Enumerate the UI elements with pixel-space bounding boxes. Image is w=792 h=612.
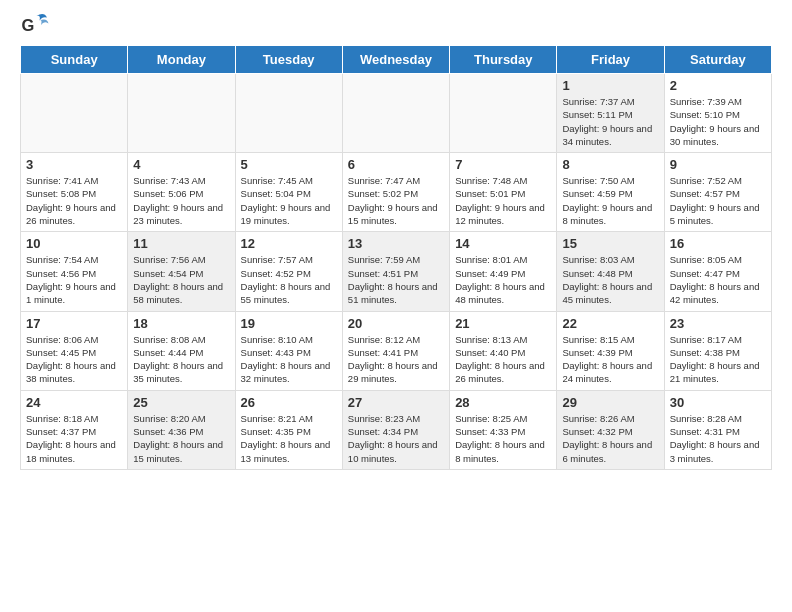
calendar-cell <box>235 74 342 153</box>
calendar-cell: 2Sunrise: 7:39 AMSunset: 5:10 PMDaylight… <box>664 74 771 153</box>
calendar-cell: 6Sunrise: 7:47 AMSunset: 5:02 PMDaylight… <box>342 153 449 232</box>
calendar-cell <box>21 74 128 153</box>
day-info: Sunrise: 8:08 AMSunset: 4:44 PMDaylight:… <box>133 333 229 386</box>
day-info: Sunrise: 8:17 AMSunset: 4:38 PMDaylight:… <box>670 333 766 386</box>
day-number: 15 <box>562 236 658 251</box>
day-number: 25 <box>133 395 229 410</box>
day-info: Sunrise: 8:20 AMSunset: 4:36 PMDaylight:… <box>133 412 229 465</box>
day-info: Sunrise: 7:50 AMSunset: 4:59 PMDaylight:… <box>562 174 658 227</box>
calendar-cell: 25Sunrise: 8:20 AMSunset: 4:36 PMDayligh… <box>128 390 235 469</box>
calendar-cell: 16Sunrise: 8:05 AMSunset: 4:47 PMDayligh… <box>664 232 771 311</box>
calendar-cell: 22Sunrise: 8:15 AMSunset: 4:39 PMDayligh… <box>557 311 664 390</box>
calendar-cell: 28Sunrise: 8:25 AMSunset: 4:33 PMDayligh… <box>450 390 557 469</box>
day-number: 29 <box>562 395 658 410</box>
calendar-week-row: 3Sunrise: 7:41 AMSunset: 5:08 PMDaylight… <box>21 153 772 232</box>
calendar-cell <box>450 74 557 153</box>
day-number: 16 <box>670 236 766 251</box>
calendar-cell: 7Sunrise: 7:48 AMSunset: 5:01 PMDaylight… <box>450 153 557 232</box>
day-info: Sunrise: 7:37 AMSunset: 5:11 PMDaylight:… <box>562 95 658 148</box>
day-info: Sunrise: 8:15 AMSunset: 4:39 PMDaylight:… <box>562 333 658 386</box>
calendar-cell: 26Sunrise: 8:21 AMSunset: 4:35 PMDayligh… <box>235 390 342 469</box>
day-info: Sunrise: 7:41 AMSunset: 5:08 PMDaylight:… <box>26 174 122 227</box>
calendar-cell: 23Sunrise: 8:17 AMSunset: 4:38 PMDayligh… <box>664 311 771 390</box>
day-number: 3 <box>26 157 122 172</box>
day-info: Sunrise: 7:52 AMSunset: 4:57 PMDaylight:… <box>670 174 766 227</box>
calendar-cell: 3Sunrise: 7:41 AMSunset: 5:08 PMDaylight… <box>21 153 128 232</box>
calendar-week-row: 24Sunrise: 8:18 AMSunset: 4:37 PMDayligh… <box>21 390 772 469</box>
calendar-header: SundayMondayTuesdayWednesdayThursdayFrid… <box>21 46 772 74</box>
day-info: Sunrise: 8:23 AMSunset: 4:34 PMDaylight:… <box>348 412 444 465</box>
weekday-header: Thursday <box>450 46 557 74</box>
day-info: Sunrise: 8:25 AMSunset: 4:33 PMDaylight:… <box>455 412 551 465</box>
day-number: 10 <box>26 236 122 251</box>
calendar-cell <box>128 74 235 153</box>
day-number: 30 <box>670 395 766 410</box>
day-info: Sunrise: 7:45 AMSunset: 5:04 PMDaylight:… <box>241 174 337 227</box>
day-info: Sunrise: 8:01 AMSunset: 4:49 PMDaylight:… <box>455 253 551 306</box>
day-number: 1 <box>562 78 658 93</box>
calendar-week-row: 1Sunrise: 7:37 AMSunset: 5:11 PMDaylight… <box>21 74 772 153</box>
calendar-cell: 27Sunrise: 8:23 AMSunset: 4:34 PMDayligh… <box>342 390 449 469</box>
calendar-cell: 30Sunrise: 8:28 AMSunset: 4:31 PMDayligh… <box>664 390 771 469</box>
calendar-cell: 8Sunrise: 7:50 AMSunset: 4:59 PMDaylight… <box>557 153 664 232</box>
calendar-cell: 10Sunrise: 7:54 AMSunset: 4:56 PMDayligh… <box>21 232 128 311</box>
logo: G <box>20 10 54 40</box>
calendar-cell: 29Sunrise: 8:26 AMSunset: 4:32 PMDayligh… <box>557 390 664 469</box>
day-info: Sunrise: 8:05 AMSunset: 4:47 PMDaylight:… <box>670 253 766 306</box>
day-number: 8 <box>562 157 658 172</box>
calendar-wrapper: SundayMondayTuesdayWednesdayThursdayFrid… <box>0 45 792 480</box>
day-number: 27 <box>348 395 444 410</box>
day-info: Sunrise: 8:13 AMSunset: 4:40 PMDaylight:… <box>455 333 551 386</box>
day-info: Sunrise: 8:21 AMSunset: 4:35 PMDaylight:… <box>241 412 337 465</box>
day-info: Sunrise: 7:47 AMSunset: 5:02 PMDaylight:… <box>348 174 444 227</box>
calendar-cell: 11Sunrise: 7:56 AMSunset: 4:54 PMDayligh… <box>128 232 235 311</box>
day-number: 21 <box>455 316 551 331</box>
weekday-header: Sunday <box>21 46 128 74</box>
day-number: 9 <box>670 157 766 172</box>
day-number: 11 <box>133 236 229 251</box>
calendar-cell: 4Sunrise: 7:43 AMSunset: 5:06 PMDaylight… <box>128 153 235 232</box>
calendar-table: SundayMondayTuesdayWednesdayThursdayFrid… <box>20 45 772 470</box>
day-number: 6 <box>348 157 444 172</box>
calendar-cell: 21Sunrise: 8:13 AMSunset: 4:40 PMDayligh… <box>450 311 557 390</box>
day-number: 20 <box>348 316 444 331</box>
day-number: 18 <box>133 316 229 331</box>
day-number: 17 <box>26 316 122 331</box>
day-info: Sunrise: 8:28 AMSunset: 4:31 PMDaylight:… <box>670 412 766 465</box>
day-info: Sunrise: 7:48 AMSunset: 5:01 PMDaylight:… <box>455 174 551 227</box>
calendar-cell: 19Sunrise: 8:10 AMSunset: 4:43 PMDayligh… <box>235 311 342 390</box>
day-info: Sunrise: 8:10 AMSunset: 4:43 PMDaylight:… <box>241 333 337 386</box>
day-info: Sunrise: 8:18 AMSunset: 4:37 PMDaylight:… <box>26 412 122 465</box>
day-number: 28 <box>455 395 551 410</box>
day-number: 7 <box>455 157 551 172</box>
weekday-header: Saturday <box>664 46 771 74</box>
calendar-cell: 1Sunrise: 7:37 AMSunset: 5:11 PMDaylight… <box>557 74 664 153</box>
day-info: Sunrise: 8:26 AMSunset: 4:32 PMDaylight:… <box>562 412 658 465</box>
calendar-week-row: 10Sunrise: 7:54 AMSunset: 4:56 PMDayligh… <box>21 232 772 311</box>
day-info: Sunrise: 7:57 AMSunset: 4:52 PMDaylight:… <box>241 253 337 306</box>
calendar-cell: 15Sunrise: 8:03 AMSunset: 4:48 PMDayligh… <box>557 232 664 311</box>
calendar-cell: 17Sunrise: 8:06 AMSunset: 4:45 PMDayligh… <box>21 311 128 390</box>
day-info: Sunrise: 7:43 AMSunset: 5:06 PMDaylight:… <box>133 174 229 227</box>
page-header: G <box>0 0 792 45</box>
day-number: 19 <box>241 316 337 331</box>
day-info: Sunrise: 8:12 AMSunset: 4:41 PMDaylight:… <box>348 333 444 386</box>
day-number: 23 <box>670 316 766 331</box>
calendar-cell: 9Sunrise: 7:52 AMSunset: 4:57 PMDaylight… <box>664 153 771 232</box>
logo-icon: G <box>20 10 50 40</box>
day-info: Sunrise: 7:39 AMSunset: 5:10 PMDaylight:… <box>670 95 766 148</box>
day-info: Sunrise: 8:06 AMSunset: 4:45 PMDaylight:… <box>26 333 122 386</box>
calendar-body: 1Sunrise: 7:37 AMSunset: 5:11 PMDaylight… <box>21 74 772 470</box>
calendar-cell: 24Sunrise: 8:18 AMSunset: 4:37 PMDayligh… <box>21 390 128 469</box>
day-number: 13 <box>348 236 444 251</box>
svg-text:G: G <box>22 16 35 34</box>
weekday-header: Monday <box>128 46 235 74</box>
day-number: 22 <box>562 316 658 331</box>
day-number: 26 <box>241 395 337 410</box>
day-number: 24 <box>26 395 122 410</box>
day-number: 2 <box>670 78 766 93</box>
weekday-header: Wednesday <box>342 46 449 74</box>
calendar-cell: 18Sunrise: 8:08 AMSunset: 4:44 PMDayligh… <box>128 311 235 390</box>
day-number: 4 <box>133 157 229 172</box>
weekday-header: Tuesday <box>235 46 342 74</box>
